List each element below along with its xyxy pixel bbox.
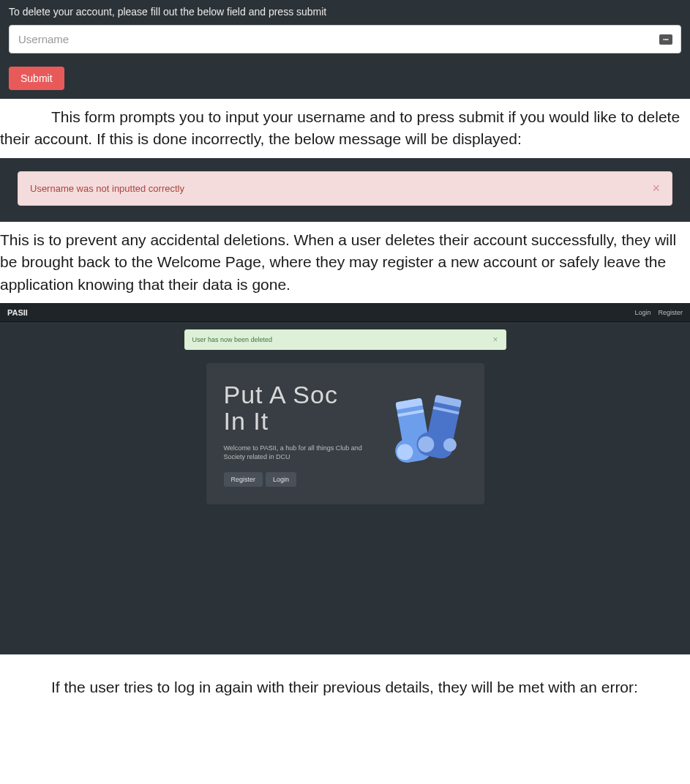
navbar: PASII Login Register [0, 303, 690, 322]
error-alert-screenshot: Username was not inputted correctly × [0, 158, 690, 222]
socks-icon [386, 394, 467, 474]
title-line-2: In It [224, 407, 269, 435]
error-alert: Username was not inputted correctly × [18, 171, 672, 206]
nav-login-link[interactable]: Login [634, 309, 650, 316]
paragraph-1: This form prompts you to input your user… [0, 106, 690, 151]
register-button[interactable]: Register [224, 472, 263, 487]
welcome-buttons: Register Login [224, 472, 373, 487]
success-alert-text: User has now been deleted [192, 336, 273, 343]
paragraph-3: If the user tries to log in again with t… [0, 676, 690, 698]
success-alert: User has now been deleted × [184, 329, 506, 350]
keyboard-icon [659, 34, 672, 45]
success-alert-wrapper: User has now been deleted × [0, 329, 690, 350]
error-alert-text: Username was not inputted correctly [30, 183, 184, 194]
login-button[interactable]: Login [266, 472, 296, 487]
close-icon[interactable]: × [652, 181, 660, 196]
welcome-card: Put A Soc In It Welcome to PASII, a hub … [206, 363, 484, 504]
form-instruction: To delete your account, please fill out … [9, 6, 681, 18]
title-line-1: Put A Soc [224, 381, 338, 408]
close-icon[interactable]: × [492, 335, 498, 345]
delete-form-screenshot: To delete your account, please fill out … [0, 0, 690, 99]
submit-button[interactable]: Submit [9, 67, 64, 90]
paragraph-2: This is to prevent any accidental deleti… [0, 229, 690, 296]
input-wrapper [9, 25, 681, 53]
nav-register-link[interactable]: Register [658, 309, 683, 316]
welcome-desc: Welcome to PASII, a hub for all things C… [224, 444, 373, 462]
welcome-page-screenshot: PASII Login Register User has now been d… [0, 303, 690, 654]
welcome-left: Put A Soc In It Welcome to PASII, a hub … [224, 382, 373, 487]
welcome-title: Put A Soc In It [224, 382, 373, 434]
username-input[interactable] [9, 25, 681, 53]
navbar-right: Login Register [634, 309, 683, 316]
navbar-brand[interactable]: PASII [7, 308, 28, 317]
